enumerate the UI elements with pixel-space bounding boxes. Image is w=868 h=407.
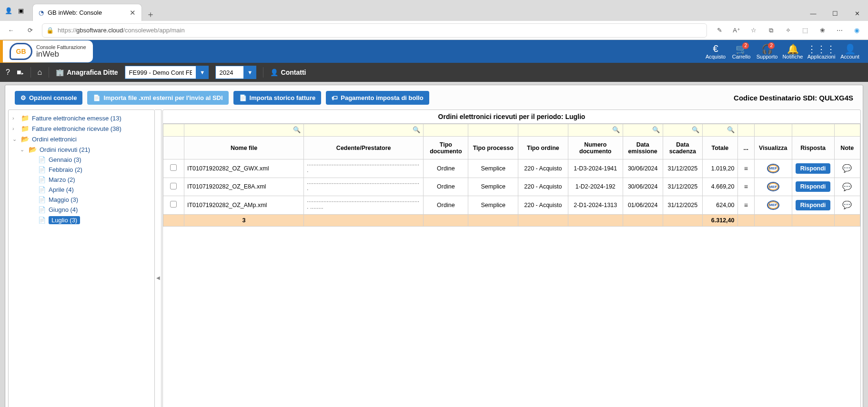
tree-fatture-ricevute[interactable]: ›📁Fatture elettroniche ricevute (38) bbox=[10, 123, 152, 134]
action-bar: ⚙Opzioni console 📄Importa file .xml este… bbox=[5, 85, 863, 109]
help-icon[interactable]: ? bbox=[6, 68, 10, 77]
ext3-icon[interactable]: ❀ bbox=[815, 23, 830, 38]
pagamento-bollo-button[interactable]: 🏷Pagamento imposta di bollo bbox=[326, 91, 429, 105]
search-icon[interactable]: 🔍 bbox=[612, 126, 620, 133]
new-tab-button[interactable]: ＋ bbox=[144, 8, 157, 21]
anagrafica-label[interactable]: 🏢Anagrafica Ditte bbox=[56, 69, 118, 76]
row-menu-icon[interactable]: ≡ bbox=[744, 201, 748, 209]
pen-icon[interactable]: ✎ bbox=[712, 23, 727, 38]
tree-luglio[interactable]: 📄Luglio (3) bbox=[10, 215, 152, 226]
importa-xml-button[interactable]: 📄Importa file .xml esterni per l'invio a… bbox=[87, 91, 228, 105]
rispondi-button[interactable]: Rispondi bbox=[796, 181, 830, 192]
tree-maggio[interactable]: 📄Maggio (3) bbox=[10, 195, 152, 205]
window-close-button[interactable]: ✕ bbox=[846, 6, 868, 21]
tree-fatture-emesse[interactable]: ›📁Fatture elettroniche emesse (13) bbox=[10, 113, 152, 123]
header-acquisto[interactable]: €Acquisto bbox=[704, 43, 727, 60]
header-applicazioni[interactable]: ⋮⋮⋮Applicazioni bbox=[807, 43, 836, 60]
cell-tipodoc: Ordine bbox=[424, 159, 468, 178]
company-input[interactable] bbox=[125, 66, 196, 79]
row-checkbox[interactable] bbox=[170, 183, 177, 189]
url-input[interactable]: 🔒 https://gbsoftware.cloud/consoleweb/ap… bbox=[42, 23, 707, 38]
company-select[interactable]: ▼ bbox=[125, 66, 209, 79]
file-icon: 📄 bbox=[38, 186, 46, 193]
row-checkbox[interactable] bbox=[170, 164, 177, 171]
video-icon[interactable]: ■▸ bbox=[17, 68, 24, 77]
col-cedente[interactable]: Cedente/Prestatore bbox=[304, 137, 424, 159]
mef-logo-icon[interactable]: MEF bbox=[767, 182, 779, 191]
filter-dataem[interactable]: 🔍 bbox=[623, 124, 663, 137]
app-logo[interactable]: GB Console Fatturazione inWeb bbox=[3, 40, 93, 62]
col-tipo-doc[interactable]: Tipo documento bbox=[424, 137, 468, 159]
filter-numdoc[interactable]: 🔍 bbox=[568, 124, 623, 137]
col-tipo-proc[interactable]: Tipo processo bbox=[468, 137, 518, 159]
col-data-em[interactable]: Data emissione bbox=[623, 137, 663, 159]
chevron-down-icon[interactable]: ▼ bbox=[244, 66, 256, 79]
row-menu-icon[interactable]: ≡ bbox=[744, 165, 748, 172]
note-icon[interactable]: 💬 bbox=[842, 201, 852, 209]
search-icon[interactable]: 🔍 bbox=[727, 126, 735, 133]
col-data-sc[interactable]: Data scadenza bbox=[663, 137, 703, 159]
extensions-icon[interactable]: ✧ bbox=[780, 23, 796, 38]
window-maximize-button[interactable]: ☐ bbox=[824, 6, 846, 21]
year-select[interactable]: ▼ bbox=[215, 66, 256, 79]
row-menu-icon[interactable]: ≡ bbox=[744, 183, 748, 190]
header-notifiche[interactable]: 🔔Notifiche bbox=[781, 43, 804, 60]
refresh-button[interactable]: ⟳ bbox=[23, 23, 37, 38]
note-icon[interactable]: 💬 bbox=[842, 183, 852, 191]
copilot-icon[interactable]: ◉ bbox=[849, 23, 864, 38]
rispondi-button[interactable]: Rispondi bbox=[796, 163, 830, 174]
tree-febbraio[interactable]: 📄Febbraio (2) bbox=[10, 165, 152, 175]
favorite-icon[interactable]: ☆ bbox=[746, 23, 761, 38]
tree-giugno[interactable]: 📄Giugno (4) bbox=[10, 205, 152, 215]
file-icon: 📄 bbox=[38, 196, 46, 203]
filter-nome-file[interactable]: 🔍 bbox=[184, 124, 303, 137]
collections-icon[interactable]: ⧉ bbox=[763, 23, 778, 38]
search-icon[interactable]: 🔍 bbox=[652, 126, 660, 133]
ext2-icon[interactable]: ⬚ bbox=[797, 23, 813, 38]
row-checkbox[interactable] bbox=[170, 201, 177, 208]
home-icon[interactable]: ⌂ bbox=[38, 68, 42, 77]
col-nome-file[interactable]: Nome file bbox=[184, 137, 303, 159]
opzioni-console-button[interactable]: ⚙Opzioni console bbox=[15, 91, 82, 105]
cell-datasc: 31/12/2025 bbox=[663, 159, 703, 178]
col-tipo-ordine[interactable]: Tipo ordine bbox=[518, 137, 568, 159]
building-icon: 🏢 bbox=[56, 69, 64, 76]
col-numero-doc[interactable]: Numero documento bbox=[568, 137, 623, 159]
chevron-down-icon[interactable]: ▼ bbox=[196, 66, 209, 79]
mef-logo-icon[interactable]: MEF bbox=[767, 200, 779, 210]
window-minimize-button[interactable]: — bbox=[802, 6, 824, 21]
header-carrello[interactable]: 🛒2Carrello bbox=[730, 43, 753, 60]
mef-logo-icon[interactable]: MEF bbox=[767, 164, 779, 173]
col-totale[interactable]: Totale bbox=[703, 137, 737, 159]
tab-close-button[interactable]: ✕ bbox=[130, 9, 136, 17]
navbar: ? ■▸ ⌂ 🏢Anagrafica Ditte ▼ ▼ 👤Contatti bbox=[0, 63, 868, 82]
tree-aprile[interactable]: 📄Aprile (4) bbox=[10, 185, 152, 195]
profile-icon[interactable]: 👤 bbox=[4, 6, 13, 15]
back-button[interactable]: ← bbox=[4, 23, 18, 38]
header-supporto[interactable]: 🎧2Supporto bbox=[756, 43, 778, 60]
year-input[interactable] bbox=[215, 66, 244, 79]
cart-icon: 🛒 bbox=[730, 43, 753, 54]
collapse-tree-button[interactable]: ◀ bbox=[155, 109, 161, 407]
filter-cedente[interactable]: 🔍 bbox=[304, 124, 424, 137]
read-aloud-icon[interactable]: A⁺ bbox=[729, 23, 744, 38]
tabs-overview-icon[interactable]: ▣ bbox=[16, 6, 26, 15]
search-icon[interactable]: 🔍 bbox=[293, 126, 301, 133]
note-icon[interactable]: 💬 bbox=[842, 164, 852, 172]
tree-ordini[interactable]: ⌄📂Ordini elettronici bbox=[10, 134, 152, 144]
tree-marzo[interactable]: 📄Marzo (2) bbox=[10, 175, 152, 185]
contatti-button[interactable]: 👤Contatti bbox=[270, 69, 306, 76]
header-account[interactable]: 👤Account bbox=[838, 43, 861, 60]
search-icon[interactable]: 🔍 bbox=[413, 126, 420, 133]
cell-dataem: 30/06/2024 bbox=[623, 178, 663, 196]
tree-gennaio[interactable]: 📄Gennaio (3) bbox=[10, 155, 152, 165]
filter-datasc[interactable]: 🔍 bbox=[663, 124, 703, 137]
browser-tab[interactable]: ◔ GB inWeb: Console ✕ bbox=[32, 4, 142, 21]
importa-storico-button[interactable]: 📄Importa storico fatture bbox=[233, 91, 322, 105]
tree-ordini-ricevuti[interactable]: ⌄📂Ordini ricevuti (21) bbox=[10, 144, 152, 155]
search-icon[interactable]: 🔍 bbox=[692, 126, 699, 133]
rispondi-button[interactable]: Rispondi bbox=[796, 200, 830, 210]
filter-totale[interactable]: 🔍 bbox=[703, 124, 737, 137]
more-icon[interactable]: ⋯ bbox=[832, 23, 847, 38]
col-note: Note bbox=[834, 137, 860, 159]
